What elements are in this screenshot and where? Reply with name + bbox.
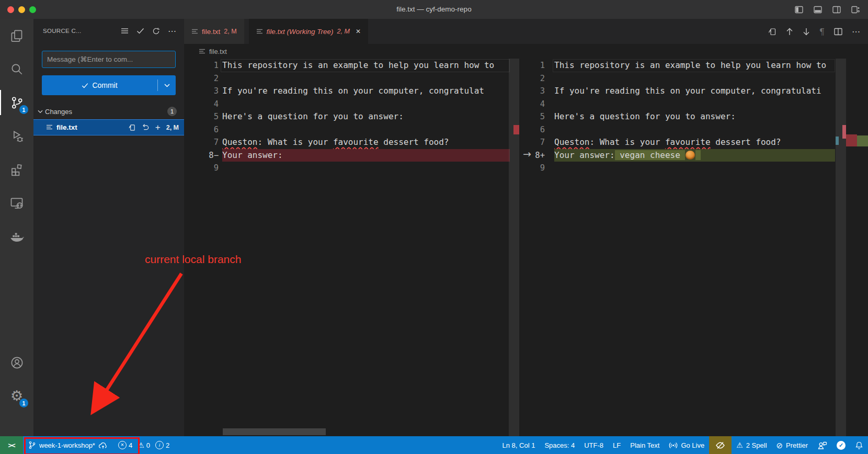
code-line-7[interactable]: 7Queston: What is your favourite dessert… (184, 136, 520, 149)
check-circle-icon: ✓ (837, 441, 846, 450)
editor-group: file.txt 2, M file.txt (Working Tree) 2,… (184, 19, 868, 436)
line-number: 2 (184, 72, 219, 85)
split-editor-icon[interactable] (834, 28, 842, 36)
code-line-1[interactable]: 1This repository is an example to help y… (184, 59, 520, 72)
customize-layout-icon[interactable] (851, 6, 860, 14)
previous-change-icon[interactable] (786, 28, 793, 36)
file-decoration-badge: 2, M (166, 124, 179, 131)
toggle-panel-icon[interactable] (814, 6, 822, 14)
diff-change-arrow-icon[interactable]: → (523, 148, 531, 160)
render-whitespace-icon[interactable]: ¶ (819, 27, 825, 37)
refresh-icon[interactable] (152, 27, 160, 35)
commit-button[interactable]: Commit (42, 75, 176, 95)
source-control-icon[interactable]: 1 (0, 86, 33, 119)
code-line-2[interactable]: 2 (520, 72, 868, 85)
branch-name: week-1-workshop* (39, 441, 95, 449)
open-file-icon[interactable] (128, 123, 136, 131)
toggle-sidebar-icon[interactable] (795, 6, 803, 14)
code-line-2[interactable]: 2 (184, 72, 520, 85)
line-number: 5 (184, 110, 219, 123)
changes-section-header[interactable]: Changes 1 (33, 105, 184, 118)
line-number: 3 (184, 85, 219, 98)
eye-closed-item[interactable] (709, 436, 732, 454)
breadcrumb[interactable]: file.txt (184, 44, 868, 59)
extensions-icon[interactable] (0, 153, 33, 186)
sync-status-item[interactable]: ✓ (832, 436, 850, 454)
open-changes-icon[interactable] (768, 27, 776, 36)
diff-overview-ruler (846, 59, 868, 436)
code-line-6[interactable]: 6 (184, 123, 520, 137)
more-actions-icon[interactable]: ⋯ (852, 27, 861, 37)
status-bar: >< week-1-workshop* ✕ 4 ⚠︎ 0 i 2 Ln 8, C… (0, 436, 868, 454)
close-tab-icon[interactable]: ✕ (356, 28, 361, 35)
code-line-4[interactable]: 4 (520, 98, 868, 111)
discard-changes-icon[interactable] (142, 123, 150, 131)
eye-off-icon (715, 441, 725, 450)
line-text: Queston: What is your favourite dessert … (222, 136, 518, 149)
explorer-icon[interactable] (0, 19, 33, 52)
code-line-1[interactable]: 1This repository is an example to help y… (520, 59, 868, 72)
code-line-3[interactable]: 3If you're reading this on your computer… (520, 85, 868, 98)
line-text: If you're reading this on your computer,… (554, 85, 847, 98)
addition-ruler-mark (857, 135, 868, 146)
remote-indicator[interactable]: >< (0, 436, 23, 454)
diff-modified-pane[interactable]: 1This repository is an example to help y… (520, 59, 868, 436)
branch-status-item[interactable]: week-1-workshop* (23, 436, 113, 454)
code-line-7[interactable]: 7Queston: What is your favourite dessert… (520, 136, 868, 149)
cursor-position-item[interactable]: Ln 8, Col 1 (498, 436, 540, 454)
chevron-down-icon (38, 110, 43, 114)
code-line-3[interactable]: 3If you're reading this on your computer… (184, 85, 520, 98)
encoding-item[interactable]: UTF-8 (579, 436, 608, 454)
tab-file-txt[interactable]: file.txt 2, M (184, 19, 244, 44)
stage-changes-icon[interactable]: + (155, 123, 161, 132)
window-title: file.txt — cyf-demo-repo (0, 0, 868, 19)
settings-gear-icon[interactable]: ⚙ 1 (0, 379, 33, 413)
notifications-item[interactable] (850, 436, 868, 454)
bell-icon (855, 441, 863, 450)
horizontal-scrollbar[interactable] (223, 428, 326, 435)
line-text: This repository is an example to help yo… (554, 59, 847, 72)
code-line-8[interactable]: 8+Your answer: vegan cheese (520, 149, 868, 162)
breadcrumb-file: file.txt (209, 48, 227, 55)
search-icon[interactable] (0, 52, 33, 86)
remote-explorer-icon[interactable] (0, 186, 33, 220)
commit-check-icon[interactable] (136, 28, 144, 34)
view-as-list-icon[interactable] (121, 28, 129, 34)
source-control-sidebar: SOURCE C... ⋯ Commit (33, 19, 184, 436)
indentation-item[interactable]: Spaces: 4 (540, 436, 579, 454)
warning-icon: ⚠︎ (736, 441, 743, 449)
code-line-5[interactable]: 5Here's a question for you to answer: (520, 110, 868, 123)
language-mode-item[interactable]: Plain Text (625, 436, 664, 454)
spell-checker-item[interactable]: ⚠︎ 2 Spell (732, 436, 771, 454)
line-number: 6 (184, 123, 219, 137)
line-number: 1 (520, 59, 545, 72)
toggle-secondary-sidebar-icon[interactable] (832, 6, 841, 14)
prettier-item[interactable]: ⊘ Prettier (772, 436, 813, 454)
code-line-9[interactable]: 9 (184, 162, 520, 175)
go-live-item[interactable]: Go Live (664, 436, 709, 454)
line-number: 4 (184, 98, 219, 111)
run-debug-icon[interactable] (0, 119, 33, 153)
commit-dropdown-chevron[interactable] (158, 84, 176, 87)
diff-original-pane[interactable]: 1This repository is an example to help y… (184, 59, 520, 436)
next-change-icon[interactable] (803, 28, 810, 36)
line-number: 5 (520, 110, 545, 123)
line-number: 9 (184, 162, 219, 175)
docker-icon[interactable] (0, 220, 33, 253)
code-line-4[interactable]: 4 (184, 98, 520, 111)
code-line-5[interactable]: 5Here's a question for you to answer: (184, 110, 520, 123)
feedback-item[interactable] (813, 436, 832, 454)
more-actions-icon[interactable]: ⋯ (168, 26, 177, 36)
commit-message-input[interactable] (42, 51, 176, 68)
line-text: Queston: What is your favourite dessert … (554, 136, 847, 149)
eol-item[interactable]: LF (608, 436, 625, 454)
code-line-6[interactable]: 6 (520, 123, 868, 137)
publish-cloud-icon (98, 441, 108, 449)
accounts-icon[interactable] (0, 346, 33, 379)
problems-status-item[interactable]: ✕ 4 ⚠︎ 0 i 2 (113, 436, 178, 454)
deletion-overview-mark (513, 125, 519, 134)
tab-file-txt-working-tree[interactable]: file.txt (Working Tree) 2, M ✕ (249, 19, 368, 44)
code-line-8[interactable]: 8−Your answer: (184, 149, 520, 162)
changed-file-row[interactable]: file.txt + 2, M (33, 119, 184, 135)
code-line-9[interactable]: 9 (520, 162, 868, 175)
